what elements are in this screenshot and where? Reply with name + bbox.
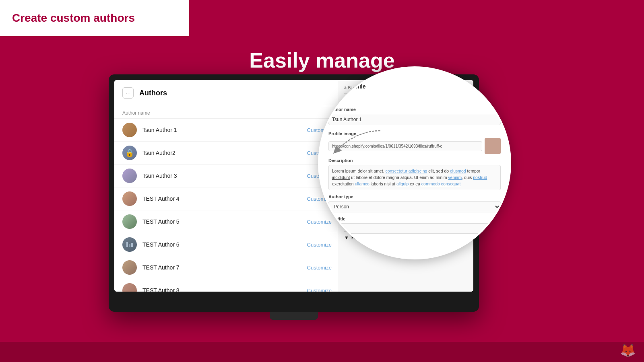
zoom-circle-overlay: vs Stg Author profile Profile Author nam… [318,66,511,259]
avatar [122,169,137,183]
profile-panel-title: Author profile [328,83,501,93]
author-name-column-header: Author name [114,106,340,119]
profile-section-label: Profile [328,98,501,103]
author-row: TEST Author 8 Customize [114,279,340,292]
author-row: Tsun Author 1 Customize [114,119,340,142]
profile-top-bar: vs Stg [328,75,501,80]
laptop-mockup: ← Authors Author name Tsun Author 1 Cust… [109,74,479,312]
author-row: TEST Author 6 Customize [114,233,340,256]
author-name: TEST Author 6 [142,241,301,248]
author-name-label: Author name [328,107,501,112]
avatar [122,191,137,206]
job-title-input[interactable] [328,223,501,234]
author-name: TEST Author 7 [142,264,301,271]
bottom-bar [0,342,644,362]
avatar: 🔒 [122,146,137,160]
author-name: Tsun Author 3 [142,173,301,179]
author-name-input[interactable] [328,114,501,125]
fox-icon: 🦊 [620,343,636,358]
author-name: TEST Author 4 [142,195,301,202]
author-type-row: Person Organization [328,201,501,212]
header-title-box: Create custom authors [0,0,189,36]
author-row: Tsun Author 3 Customize [114,165,340,187]
svg-rect-0 [126,242,128,247]
author-type-label: Author type [328,194,501,199]
svg-rect-1 [129,244,130,247]
author-name: Tsun Author 1 [142,127,301,133]
avatar [122,283,137,292]
author-name: TEST Author 8 [142,287,301,292]
description-text: Lorem ipsum dolor sit amet, consectetur … [328,165,501,190]
hero-heading: Easily manage [0,36,644,72]
avatar [122,123,137,137]
avatar [122,214,137,229]
author-row: TEST Author 7 Customize [114,256,340,279]
avatar [122,260,137,275]
customize-button[interactable]: Customize [307,265,332,271]
avatar [122,237,137,252]
author-type-select[interactable]: Person Organization [328,201,501,212]
arrow-decoration [324,127,388,159]
author-name: TEST Author 5 [142,218,301,225]
author-name: Tsun Author2 [142,150,301,156]
author-row: TEST Author 5 Customize [114,210,340,233]
page-title: Create custom authors [12,12,135,25]
authors-header: ← Authors [114,80,340,106]
customize-button[interactable]: Customize [307,288,332,292]
authors-panel-title: Authors [139,89,167,97]
job-title-label: Job title [328,216,501,221]
author-profile-panel: vs Stg Author profile Profile Author nam… [320,68,510,258]
author-row: 🔒 Tsun Author2 Customize [114,142,340,165]
author-row: TEST Author 4 Customize [114,187,340,210]
authors-panel: ← Authors Author name Tsun Author 1 Cust… [114,80,340,292]
laptop-base [270,312,318,320]
back-button[interactable]: ← [122,87,134,99]
svg-rect-2 [131,243,133,247]
profile-image-thumbnail [485,138,501,154]
